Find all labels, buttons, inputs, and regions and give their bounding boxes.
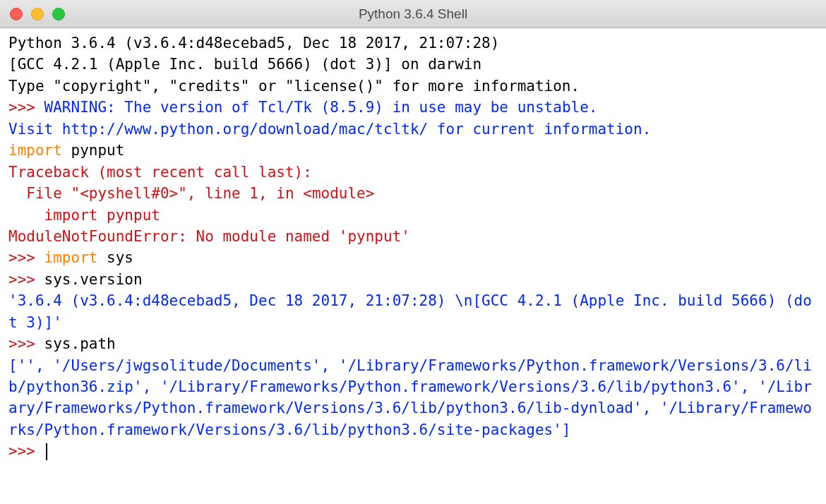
- window-title: Python 3.6.4 Shell: [0, 6, 826, 22]
- prompt: >>>: [8, 443, 44, 460]
- output-4: ['', '/Users/jwgsolitude/Documents', '/L…: [8, 357, 812, 438]
- prompt: >>>: [8, 271, 44, 288]
- traffic-lights: [0, 8, 65, 20]
- python-shell-window: Python 3.6.4 Shell Python 3.6.4 (v3.6.4:…: [0, 0, 826, 504]
- import-keyword: import: [44, 249, 98, 266]
- import-keyword: import: [8, 142, 62, 159]
- output-3: '3.6.4 (v3.6.4:d48ecebad5, Dec 18 2017, …: [8, 292, 812, 330]
- python-header-2: [GCC 4.2.1 (Apple Inc. build 5666) (dot …: [8, 56, 481, 73]
- maximize-icon[interactable]: [52, 8, 65, 20]
- traceback-code: import pynput: [8, 207, 160, 224]
- warning-line-1: WARNING: The version of Tcl/Tk (8.5.9) i…: [44, 99, 598, 116]
- prompt: >>>: [8, 249, 44, 266]
- minimize-icon[interactable]: [31, 8, 44, 20]
- input-2: sys: [97, 249, 133, 266]
- close-icon[interactable]: [10, 8, 23, 20]
- input-4: sys.path: [44, 335, 116, 352]
- prompt: >>>: [8, 335, 44, 352]
- cursor-icon: [46, 443, 47, 460]
- python-header-1: Python 3.6.4 (v3.6.4:d48ecebad5, Dec 18 …: [8, 35, 508, 52]
- traceback-header: Traceback (most recent call last):: [8, 164, 312, 181]
- titlebar: Python 3.6.4 Shell: [0, 0, 826, 28]
- input-1: pynput: [62, 142, 125, 159]
- warning-line-2: Visit http://www.python.org/download/mac…: [8, 121, 651, 138]
- input-3: sys.version: [44, 271, 143, 288]
- python-header-3: Type "copyright", "credits" or "license(…: [8, 78, 580, 95]
- traceback-file: File "<pyshell#0>", line 1, in <module>: [8, 185, 374, 202]
- prompt: >>>: [8, 99, 44, 116]
- error-message: ModuleNotFoundError: No module named 'py…: [8, 228, 410, 245]
- terminal-output[interactable]: Python 3.6.4 (v3.6.4:d48ecebad5, Dec 18 …: [0, 28, 826, 504]
